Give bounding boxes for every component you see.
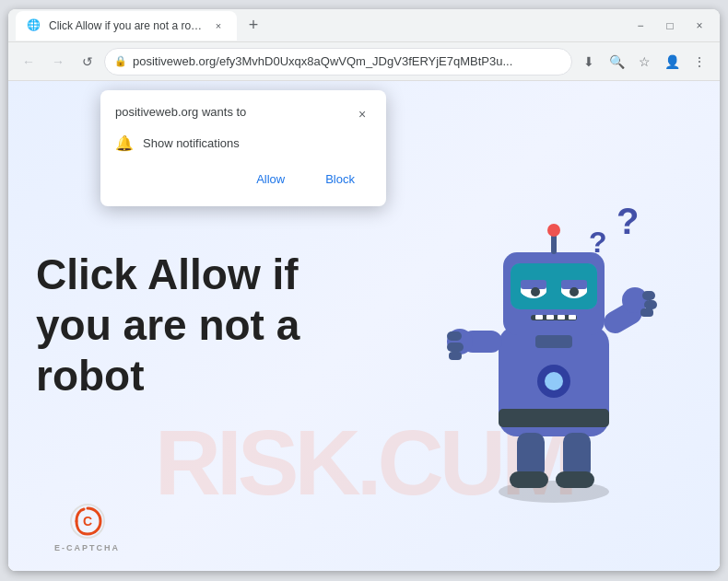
lock-icon: 🔒 <box>114 55 127 67</box>
popup-notification-row: 🔔 Show notifications <box>115 134 371 152</box>
svg-rect-39 <box>556 471 594 488</box>
maximize-button[interactable]: □ <box>657 13 683 39</box>
popup-buttons: Allow Block <box>115 167 371 192</box>
svg-rect-24 <box>551 234 557 254</box>
allow-button[interactable]: Allow <box>240 167 301 192</box>
main-text-line2: you are not a <box>36 301 299 349</box>
svg-point-16 <box>531 287 540 296</box>
active-tab[interactable]: 🌐 Click Allow if you are not a robot × <box>16 11 237 41</box>
svg-rect-22 <box>569 315 576 320</box>
svg-point-17 <box>569 287 579 296</box>
bookmark-icon-button[interactable]: ☆ <box>631 49 657 75</box>
address-text: positiveweb.org/efy3MvhD0Uxqx8aQwVQm_JDg… <box>133 54 562 68</box>
popup-title: positiveweb.org wants to <box>115 105 246 119</box>
svg-rect-21 <box>558 315 565 320</box>
notification-popup: positiveweb.org wants to × 🔔 Show notifi… <box>100 90 386 206</box>
svg-rect-35 <box>640 308 653 317</box>
reload-button[interactable]: ↺ <box>75 49 100 75</box>
bell-icon: 🔔 <box>115 134 134 152</box>
main-text-line1: Click Allow if <box>36 250 299 298</box>
block-button[interactable]: Block <box>309 167 371 192</box>
tab-close-button[interactable]: × <box>211 18 226 33</box>
forward-button[interactable]: → <box>45 49 71 75</box>
back-button[interactable]: ← <box>16 49 41 75</box>
close-button[interactable]: × <box>687 13 712 39</box>
ecaptcha-label: E-CAPTCHA <box>54 543 120 552</box>
title-bar: 🌐 Click Allow if you are not a robot × +… <box>8 9 720 42</box>
ecaptcha-logo-icon: C <box>69 503 106 540</box>
toolbar-icons: ⬇ 🔍 ☆ 👤 ⋮ <box>576 49 712 75</box>
search-icon-button[interactable]: 🔍 <box>604 49 629 75</box>
svg-rect-29 <box>447 343 464 352</box>
svg-rect-19 <box>535 315 543 320</box>
download-icon-button[interactable]: ⬇ <box>576 49 602 75</box>
svg-rect-38 <box>510 471 548 488</box>
popup-close-button[interactable]: × <box>353 105 371 123</box>
svg-text:?: ? <box>616 201 639 241</box>
svg-rect-28 <box>447 331 462 341</box>
account-icon-button[interactable]: 👤 <box>659 49 685 75</box>
minimize-button[interactable]: − <box>628 13 653 39</box>
main-headline: Click Allow if you are not a robot <box>36 250 299 402</box>
window-controls: − □ × <box>628 13 712 39</box>
tab-title: Click Allow if you are not a robot <box>49 19 204 32</box>
svg-rect-33 <box>642 291 655 300</box>
svg-rect-30 <box>449 352 462 360</box>
robot-svg: ? ? <box>434 160 674 510</box>
svg-text:?: ? <box>589 226 607 259</box>
svg-point-25 <box>547 224 560 237</box>
webpage-background: RISK.CUM Click Allow if you are not a ro… <box>8 81 720 571</box>
svg-rect-4 <box>499 409 609 427</box>
svg-text:C: C <box>82 514 91 529</box>
ecaptcha-logo-area: C E-CAPTCHA <box>54 503 120 552</box>
svg-rect-20 <box>546 315 554 320</box>
svg-rect-23 <box>535 335 572 348</box>
page-content: RISK.CUM Click Allow if you are not a ro… <box>8 81 720 571</box>
main-text-line3: robot <box>36 353 145 401</box>
tab-strip: 🌐 Click Allow if you are not a robot × + <box>16 9 628 41</box>
svg-rect-34 <box>644 300 657 309</box>
svg-point-6 <box>545 372 563 390</box>
popup-notification-text: Show notifications <box>143 136 240 150</box>
browser-window: 🌐 Click Allow if you are not a robot × +… <box>8 9 720 571</box>
tab-favicon: 🌐 <box>27 18 41 33</box>
popup-header: positiveweb.org wants to × <box>115 105 371 123</box>
robot-illustration: ? ? <box>406 90 701 571</box>
address-bar[interactable]: 🔒 positiveweb.org/efy3MvhD0Uxqx8aQwVQm_J… <box>104 48 572 76</box>
toolbar: ← → ↺ 🔒 positiveweb.org/efy3MvhD0Uxqx8aQ… <box>8 42 720 81</box>
menu-icon-button[interactable]: ⋮ <box>687 49 712 75</box>
new-tab-button[interactable]: + <box>241 13 266 39</box>
